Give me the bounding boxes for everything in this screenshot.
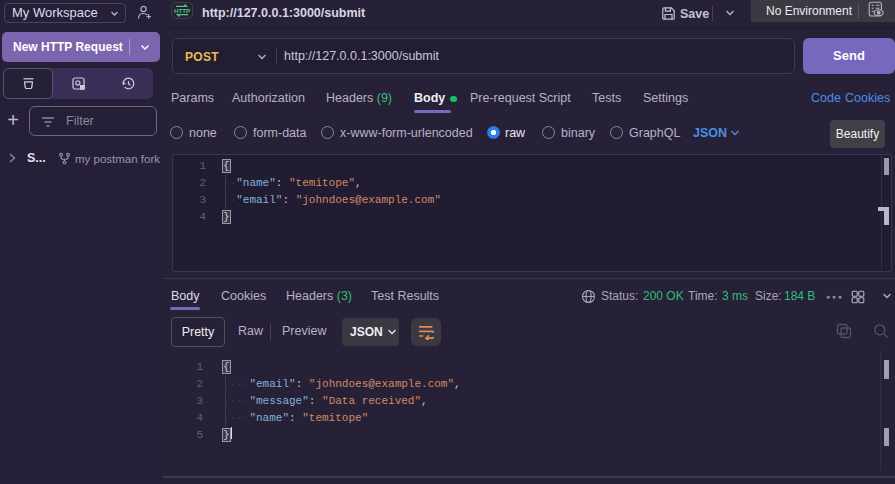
svg-text:HTTP: HTTP — [174, 7, 190, 14]
